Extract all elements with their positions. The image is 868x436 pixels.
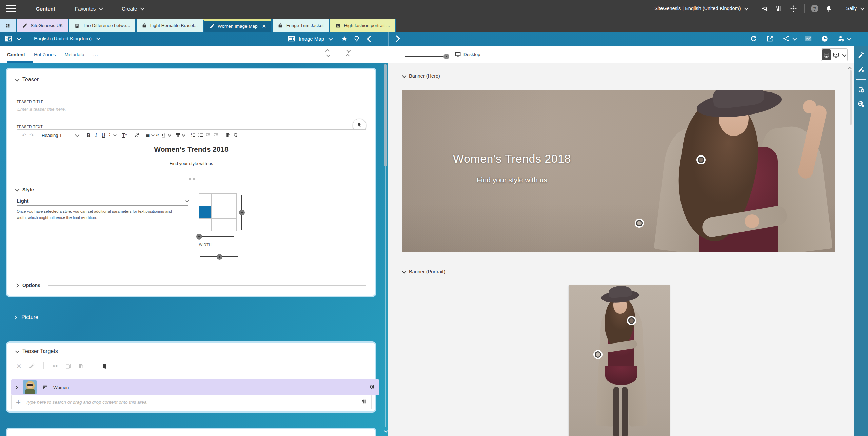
horizontal-position-slider[interactable] bbox=[199, 234, 234, 240]
user-changes-icon[interactable] bbox=[837, 35, 845, 42]
text-position-grid[interactable] bbox=[199, 193, 237, 231]
device-preview-button[interactable] bbox=[831, 49, 840, 60]
ordered-list-icon[interactable]: 12 bbox=[190, 131, 197, 139]
copy-icon[interactable] bbox=[64, 362, 72, 370]
site-selector[interactable]: SiteGenesis | English (United Kingdom) bbox=[654, 6, 747, 11]
paragraph-format-select[interactable]: Heading 1 bbox=[40, 133, 80, 138]
undo-icon[interactable]: ↶ bbox=[20, 131, 28, 139]
blockquote-icon[interactable]: “ bbox=[154, 129, 161, 141]
tab-light-hematite[interactable]: Light Hematite Bracel... bbox=[135, 19, 203, 32]
remove-icon[interactable]: × bbox=[15, 362, 23, 370]
outdent-icon[interactable] bbox=[204, 131, 212, 139]
edit-mode-icon[interactable] bbox=[856, 51, 865, 60]
tab-overview[interactable] bbox=[0, 19, 16, 32]
picture-section-header[interactable]: Picture bbox=[14, 314, 38, 320]
disable-editing-icon[interactable] bbox=[856, 65, 865, 74]
hero-hotspot-1[interactable] bbox=[698, 157, 704, 163]
style-variant-select[interactable]: Light bbox=[17, 196, 188, 206]
expand-right-icon[interactable] bbox=[393, 35, 400, 42]
expand-all-icon[interactable] bbox=[347, 49, 350, 57]
tab-fringe-trim-jacket[interactable]: Fringe Trim Jacket bbox=[271, 19, 329, 32]
chevron-down-icon[interactable] bbox=[793, 36, 797, 40]
reload-preview-icon[interactable] bbox=[750, 35, 757, 42]
width-slider[interactable] bbox=[200, 254, 238, 260]
chevron-down-icon[interactable] bbox=[329, 36, 333, 41]
form-scrollbar-thumb[interactable] bbox=[384, 64, 387, 166]
table-icon[interactable] bbox=[175, 131, 184, 139]
help-icon[interactable]: ? bbox=[811, 5, 818, 12]
selected-position-cell[interactable] bbox=[199, 206, 212, 219]
portrait-section-header[interactable]: Banner (Portrait) bbox=[402, 269, 445, 274]
teaser-target-row-women[interactable]: Women bbox=[11, 379, 379, 395]
special-character-icon[interactable] bbox=[232, 131, 239, 139]
chevron-down-icon[interactable] bbox=[847, 36, 852, 40]
main-menu-icon[interactable] bbox=[6, 5, 16, 12]
menu-item-create[interactable]: Create bbox=[122, 6, 143, 12]
expand-row-icon[interactable] bbox=[15, 386, 18, 389]
library-icon[interactable] bbox=[361, 399, 367, 406]
embed-widget-icon[interactable] bbox=[161, 131, 170, 139]
chevron-down-icon[interactable] bbox=[842, 52, 847, 57]
more-format-icon[interactable]: ⋮ bbox=[107, 131, 116, 139]
options-section-header[interactable]: Options bbox=[15, 283, 366, 288]
menu-item-favorites[interactable]: Favorites bbox=[75, 6, 102, 12]
collapse-left-icon[interactable] bbox=[367, 36, 374, 42]
edit-pencil-icon[interactable] bbox=[28, 362, 36, 370]
split-view-icon[interactable]: 12 bbox=[5, 35, 12, 42]
hero-hotspot-2[interactable] bbox=[636, 220, 643, 226]
italic-button[interactable]: I bbox=[92, 131, 100, 139]
analytics-icon[interactable] bbox=[805, 35, 812, 42]
desktop-preview-button[interactable] bbox=[822, 49, 831, 60]
menu-item-content[interactable]: Content bbox=[36, 6, 55, 12]
indent-icon[interactable] bbox=[212, 131, 219, 139]
vertical-position-slider[interactable] bbox=[239, 195, 245, 230]
device-width-slider[interactable] bbox=[405, 56, 449, 57]
disable-translation-icon[interactable] bbox=[856, 100, 865, 108]
locale-selector[interactable]: English (United Kingdom) bbox=[34, 36, 99, 41]
share-icon[interactable] bbox=[783, 35, 790, 42]
portrait-banner-image[interactable] bbox=[569, 285, 670, 436]
hero-banner-image[interactable]: Women's Trends 2018 Find your style with… bbox=[402, 90, 835, 252]
underline-button[interactable]: U bbox=[100, 131, 107, 139]
teaser-target-search-input[interactable] bbox=[25, 399, 357, 405]
user-menu[interactable]: Sally bbox=[846, 6, 863, 11]
paste-icon[interactable] bbox=[77, 362, 85, 370]
portrait-hotspot-2[interactable] bbox=[595, 351, 601, 358]
tab-the-difference[interactable]: The Difference betwe... bbox=[68, 19, 135, 32]
redo-icon[interactable]: ↷ bbox=[28, 131, 35, 139]
teaser-section-header[interactable]: Teaser bbox=[15, 77, 39, 83]
library-icon[interactable] bbox=[775, 4, 783, 13]
advanced-search-icon[interactable] bbox=[761, 4, 769, 13]
tab-sitegenesis-uk[interactable]: SiteGenesis UK bbox=[16, 19, 68, 32]
hero-section-header[interactable]: Banner (Hero) bbox=[402, 73, 440, 79]
rte-content[interactable]: Women's Trends 2018 Find your style with… bbox=[17, 141, 366, 179]
form-tab-more[interactable]: ... bbox=[93, 52, 98, 57]
close-tab-icon[interactable]: ✕ bbox=[262, 23, 267, 29]
open-in-tab-icon[interactable] bbox=[101, 362, 108, 370]
form-tab-hot-zones[interactable]: Hot Zones bbox=[34, 52, 56, 57]
time-travel-clock-icon[interactable] bbox=[821, 35, 828, 42]
preview-scrollbar-thumb[interactable] bbox=[850, 70, 852, 125]
teaser-targets-header[interactable]: Teaser Targets bbox=[15, 348, 58, 354]
device-slider-knob[interactable] bbox=[443, 54, 449, 59]
paste-icon[interactable] bbox=[224, 131, 232, 139]
resize-grip[interactable] bbox=[188, 178, 195, 180]
tab-women-image-map[interactable]: Women Image Map ✕ bbox=[203, 19, 271, 32]
form-tab-content[interactable]: Content bbox=[7, 52, 25, 57]
open-in-browser-icon[interactable] bbox=[766, 35, 774, 42]
cut-scissors-icon[interactable]: ✂ bbox=[52, 362, 59, 370]
collapse-all-icon[interactable] bbox=[326, 49, 329, 57]
portrait-hotspot-1[interactable] bbox=[628, 317, 635, 324]
bullet-list-icon[interactable] bbox=[197, 131, 204, 139]
bold-button[interactable]: B bbox=[85, 131, 92, 139]
style-section-header[interactable]: Style bbox=[15, 187, 366, 192]
tab-high-fashion-portrait[interactable]: High fashion portrait ... bbox=[329, 19, 396, 32]
locate-content-icon[interactable] bbox=[790, 4, 798, 13]
lightbulb-icon[interactable] bbox=[353, 35, 360, 43]
content-type-label[interactable]: Image Map bbox=[299, 36, 324, 42]
form-tab-metadata[interactable]: Metadata bbox=[64, 52, 84, 57]
sync-preview-icon[interactable] bbox=[856, 85, 865, 94]
clear-formatting-button[interactable]: Tx bbox=[121, 131, 128, 139]
chevron-down-icon[interactable] bbox=[17, 36, 21, 40]
scroll-down-icon[interactable] bbox=[384, 428, 387, 434]
